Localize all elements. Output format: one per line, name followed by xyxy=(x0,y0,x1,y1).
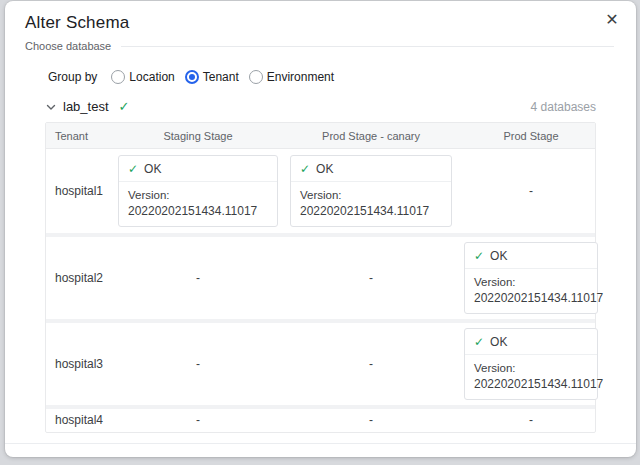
check-icon: ✓ xyxy=(474,249,484,263)
tenant-name: hospital3 xyxy=(46,357,112,371)
chevron-down-icon[interactable] xyxy=(45,101,57,113)
radio-circle-tenant[interactable] xyxy=(185,70,199,84)
tenant-name: hospital2 xyxy=(46,271,112,285)
group-by-label: Group by xyxy=(48,70,97,84)
group-name: lab_test xyxy=(63,99,109,114)
empty-cell-dash: - xyxy=(284,271,458,285)
version-value: 20220202151434.11017 xyxy=(128,204,257,218)
column-header-tenant: Tenant xyxy=(46,130,112,142)
subtitle-divider xyxy=(121,46,614,47)
status-ok-label: OK xyxy=(144,162,161,176)
table-row: hospital2 - - ✓ OK Version: 202202021514… xyxy=(46,233,595,319)
radio-label-tenant: Tenant xyxy=(203,70,239,84)
tenant-name: hospital1 xyxy=(46,184,112,198)
group-by-radio-group: Group by Location Tenant Environment xyxy=(5,52,636,84)
status-card[interactable]: ✓ OK Version: 20220202151434.11017 xyxy=(290,155,452,227)
table-header-row: Tenant Staging Stage Prod Stage - canary… xyxy=(46,123,595,149)
dialog-title: Alter Schema xyxy=(25,13,616,33)
status-ok-label: OK xyxy=(490,335,507,349)
version-label: Version: xyxy=(474,362,516,374)
version-value: 20220202151434.11017 xyxy=(474,377,603,391)
empty-cell-dash: - xyxy=(284,413,458,427)
table-row: hospital3 - - ✓ OK Version: 202202021514… xyxy=(46,319,595,405)
check-icon: ✓ xyxy=(474,335,484,349)
check-icon: ✓ xyxy=(300,162,310,176)
status-card[interactable]: ✓ OK Version: 20220202151434.11017 xyxy=(118,155,278,227)
column-header-staging: Staging Stage xyxy=(112,130,284,142)
close-icon[interactable]: ✕ xyxy=(600,7,624,31)
status-card[interactable]: ✓ OK Version: 20220202151434.11017 xyxy=(464,328,598,400)
empty-cell-dash: - xyxy=(112,413,284,427)
status-ok-label: OK xyxy=(490,249,507,263)
databases-table: Tenant Staging Stage Prod Stage - canary… xyxy=(45,122,596,433)
table-row: hospital4 - - - xyxy=(46,405,595,432)
radio-label-location: Location xyxy=(129,70,174,84)
table-row: hospital1 ✓ OK Version: 20220202151434.1… xyxy=(46,149,595,233)
staging-cell: ✓ OK Version: 20220202151434.11017 xyxy=(112,150,284,232)
dialog-subtitle: Choose database xyxy=(25,40,111,52)
group-check-icon: ✓ xyxy=(119,99,130,114)
empty-cell-dash: - xyxy=(284,357,458,371)
radio-option-location[interactable]: Location xyxy=(111,70,174,84)
empty-cell-dash: - xyxy=(458,413,604,427)
radio-label-environment: Environment xyxy=(267,70,334,84)
dialog-footer: Cancel Next xyxy=(5,444,636,457)
radio-circle-location[interactable] xyxy=(111,70,125,84)
empty-cell-dash: - xyxy=(112,357,284,371)
canary-cell: ✓ OK Version: 20220202151434.11017 xyxy=(284,150,458,232)
empty-cell-dash: - xyxy=(112,271,284,285)
prod-cell: ✓ OK Version: 20220202151434.11017 xyxy=(458,323,604,405)
column-header-prod: Prod Stage xyxy=(458,130,604,142)
version-value: 20220202151434.11017 xyxy=(474,291,603,305)
database-count: 4 databases xyxy=(531,100,596,114)
radio-circle-environment[interactable] xyxy=(249,70,263,84)
tenant-name: hospital4 xyxy=(46,413,112,427)
dialog-subtitle-row: Choose database xyxy=(25,40,616,52)
prod-cell: ✓ OK Version: 20220202151434.11017 xyxy=(458,237,604,319)
status-ok-label: OK xyxy=(316,162,333,176)
status-card[interactable]: ✓ OK Version: 20220202151434.11017 xyxy=(464,242,598,314)
alter-schema-dialog: Alter Schema ✕ Choose database Group by … xyxy=(5,1,636,457)
check-icon: ✓ xyxy=(128,162,138,176)
version-label: Version: xyxy=(128,189,170,201)
radio-option-environment[interactable]: Environment xyxy=(249,70,334,84)
radio-option-tenant[interactable]: Tenant xyxy=(185,70,239,84)
column-header-canary: Prod Stage - canary xyxy=(284,130,458,142)
dialog-header: Alter Schema ✕ Choose database xyxy=(5,1,636,52)
database-group-header[interactable]: lab_test ✓ 4 databases xyxy=(45,84,596,114)
empty-cell-dash: - xyxy=(458,184,604,198)
version-label: Version: xyxy=(474,276,516,288)
version-label: Version: xyxy=(300,189,342,201)
version-value: 20220202151434.11017 xyxy=(300,204,429,218)
